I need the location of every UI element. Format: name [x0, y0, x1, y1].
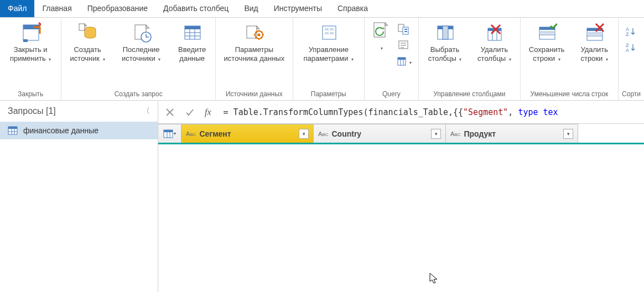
svg-rect-25	[325, 28, 329, 30]
column-name: Сегмент	[199, 129, 295, 138]
ribbon-group-query-label: Query	[368, 89, 415, 99]
column-header-2[interactable]: ABCПродукт▾	[446, 124, 578, 143]
menu-item-3[interactable]: Добавить столбец	[155, 0, 236, 17]
column-filter-button[interactable]: ▾	[431, 129, 441, 139]
column-name: Country	[331, 129, 428, 138]
gear-icon	[243, 22, 264, 43]
column-header-0[interactable]: ABCСегмент▾	[181, 124, 314, 143]
menu-item-6[interactable]: Справка	[330, 0, 376, 17]
manage-parameters-label: Управление параметрами	[303, 45, 349, 62]
close-apply-button[interactable]: Закрыть и применить	[3, 20, 58, 66]
formula-bar: fx = Table.TransformColumnTypes(financia…	[158, 101, 644, 124]
parameters-icon	[318, 22, 339, 43]
svg-rect-24	[323, 26, 336, 39]
ribbon: Закрыть и применить Закрыть Создать исто…	[0, 18, 644, 101]
type-abc-icon: ABC	[186, 131, 196, 137]
menu-bar: ФайлГлавнаяПреобразованиеДобавить столбе…	[0, 0, 644, 18]
fx-label: fx	[202, 107, 214, 117]
menu-item-2[interactable]: Преобразование	[80, 0, 155, 17]
svg-text:A: A	[626, 48, 629, 53]
ribbon-group-sort-label: Сорти	[622, 89, 641, 99]
keep-rows-button[interactable]: Сохранить строки	[524, 20, 570, 66]
grid-select-all-button[interactable]: ▾	[158, 124, 181, 143]
advanced-editor-button[interactable]	[396, 38, 412, 53]
svg-rect-2	[23, 39, 28, 42]
table-icon	[8, 126, 18, 135]
svg-rect-51	[539, 31, 555, 34]
svg-line-20	[256, 32, 257, 33]
data-source-settings-label: Параметры источника данных	[224, 45, 285, 62]
refresh-button[interactable]	[371, 20, 392, 51]
sort-desc-button[interactable]: ZA	[624, 40, 639, 55]
properties-button[interactable]	[396, 22, 412, 36]
remove-columns-label: Удалить столбцы	[477, 45, 508, 62]
svg-line-23	[261, 32, 262, 33]
svg-rect-44	[443, 26, 448, 39]
svg-rect-27	[325, 32, 329, 34]
manage-button[interactable]	[396, 54, 412, 69]
remove-rows-icon	[584, 22, 605, 43]
svg-rect-33	[404, 31, 407, 32]
ribbon-group-reduce-rows-label: Уменьшение числа строк	[524, 89, 615, 99]
ribbon-group-data-sources-label: Источники данных	[219, 89, 289, 99]
menu-item-5[interactable]: Инструменты	[266, 0, 330, 17]
accept-formula-button[interactable]	[183, 105, 197, 119]
data-source-settings-button[interactable]: Параметры источника данных	[219, 20, 289, 66]
formula-input[interactable]: = Table.TransformColumnTypes(financials_…	[219, 107, 640, 117]
svg-rect-62	[8, 127, 17, 129]
recent-sources-label: Последние источники	[122, 45, 160, 62]
grid-header: ▾ ABCСегмент▾ABCCountry▾ABCПродукт▾	[158, 124, 644, 144]
new-source-label: Создать источник	[70, 45, 101, 62]
queries-pane-header: Запросы [1] 〈	[0, 101, 158, 122]
refresh-icon	[371, 20, 392, 41]
recent-sources-button[interactable]: Последние источники	[115, 20, 168, 66]
ribbon-group-close-label: Закрыть	[3, 89, 58, 99]
enter-data-label: Введите данные	[178, 45, 206, 62]
collapse-pane-button[interactable]: 〈	[142, 106, 150, 116]
queries-pane: Запросы [1] 〈 финансовые данные	[0, 101, 158, 292]
queries-pane-title: Запросы [1]	[8, 106, 56, 116]
main-area: Запросы [1] 〈 финансовые данные fx = Tab…	[0, 101, 644, 292]
remove-rows-label: Удалить строки	[580, 45, 608, 62]
svg-line-22	[256, 37, 257, 38]
new-source-button[interactable]: Создать источник	[65, 20, 110, 66]
query-item-financial[interactable]: финансовые данные	[0, 122, 158, 139]
svg-rect-4	[79, 24, 85, 30]
menu-item-1[interactable]: Главная	[34, 0, 79, 17]
svg-text:Z: Z	[626, 32, 629, 36]
ribbon-group-manage-columns-label: Управление столбцами	[422, 89, 517, 99]
column-filter-button[interactable]: ▾	[563, 129, 573, 139]
close-apply-label: Закрыть и применить	[10, 45, 48, 62]
data-grid: ▾ ABCСегмент▾ABCCountry▾ABCПродукт▾	[158, 124, 644, 292]
ribbon-group-parameters-label: Параметры	[297, 89, 361, 99]
cancel-formula-button[interactable]	[163, 105, 177, 119]
svg-rect-8	[185, 26, 200, 29]
remove-columns-button[interactable]: Удалить столбцы	[472, 20, 517, 66]
type-abc-icon: ABC	[450, 131, 460, 137]
column-filter-button[interactable]: ▾	[299, 129, 309, 139]
ribbon-group-new-query: Создать источник Последние источники Вве…	[61, 18, 216, 100]
menu-item-0[interactable]: Файл	[0, 0, 34, 17]
column-name: Продукт	[464, 129, 560, 138]
svg-line-21	[261, 37, 262, 38]
svg-rect-28	[330, 32, 334, 34]
svg-rect-67	[164, 130, 173, 132]
manage-parameters-button[interactable]: Управление параметрами	[297, 20, 361, 66]
enter-data-button[interactable]: Введите данные	[172, 20, 212, 66]
query-item-label: финансовые данные	[23, 126, 98, 135]
enter-data-icon	[181, 22, 202, 43]
ribbon-group-sort: AZ ZA Сорти	[619, 18, 644, 100]
ribbon-group-new-query-label: Создать запрос	[65, 89, 212, 99]
column-header-1[interactable]: ABCCountry▾	[314, 124, 446, 143]
menu-item-4[interactable]: Вид	[236, 0, 266, 17]
svg-rect-32	[404, 29, 407, 30]
ribbon-group-reduce-rows: Сохранить строки Удалить строки Уменьшен…	[521, 18, 619, 100]
ribbon-group-query: Query	[365, 18, 419, 100]
type-abc-icon: ABC	[318, 131, 328, 137]
remove-rows-button[interactable]: Удалить строки	[574, 20, 615, 66]
sort-asc-button[interactable]: AZ	[624, 24, 639, 39]
remove-columns-icon	[484, 22, 505, 43]
choose-columns-button[interactable]: Выбрать столбцы	[422, 20, 468, 66]
ribbon-group-data-sources: Параметры источника данных Источники дан…	[216, 18, 293, 100]
ribbon-group-parameters: Управление параметрами Параметры	[293, 18, 365, 100]
